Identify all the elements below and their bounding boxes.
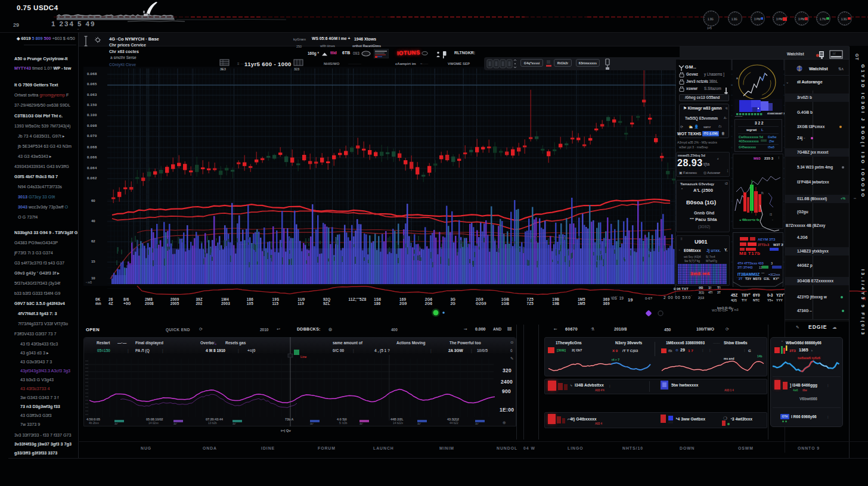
svg-text:14b: 14b (757, 354, 762, 358)
svg-text:W3T 3W: W3T 3W (773, 243, 783, 247)
svg-text:1.3G: 1.3G (841, 18, 847, 21)
svg-text:1.3G: 1.3G (731, 18, 737, 21)
svg-text:3TT3+3: 3TT3+3 (758, 243, 769, 247)
svg-text:13: 13 (759, 266, 762, 269)
svg-text:323: 323 (294, 67, 299, 71)
svg-text:AEYM 3T3: AEYM 3T3 (758, 238, 776, 241)
svg-text:3: 3 (771, 261, 773, 265)
svg-text:a: a (736, 76, 738, 80)
svg-text:3 PM: 3 PM (798, 18, 805, 21)
svg-text:3T! 3T443: 3T! 3T443 (737, 266, 752, 269)
svg-text:ms and: ms and (724, 357, 734, 360)
svg-text:˝˝˝: ˝˝˝ (761, 272, 764, 276)
svg-text:4T# 4TT3xxx 433: 4T# 4TT3xxx 433 (737, 261, 764, 265)
svg-text:3 PM: 3 PM (776, 18, 783, 21)
svg-text:1.7%: 1.7% (820, 18, 826, 21)
svg-text:l't: l't (761, 191, 764, 195)
svg-text:=3C2xxx: =3C2xxx (768, 273, 780, 276)
svg-text:3 PM: 3 PM (754, 18, 761, 21)
svg-text:1.3G: 1.3G (708, 18, 714, 21)
svg-text:1=5: 1=5 (707, 27, 712, 30)
svg-text:I3: I3 (770, 213, 772, 216)
svg-text:IT3BAMM3Z: IT3BAMM3Z (737, 272, 760, 276)
svg-text:3E3: 3E3 (220, 67, 226, 71)
svg-text:t4 > 7: t4 > 7 (612, 358, 619, 362)
svg-text:I·I˙: I·I˙ (833, 52, 836, 55)
svg-text:M8 T17b: M8 T17b (739, 251, 761, 256)
